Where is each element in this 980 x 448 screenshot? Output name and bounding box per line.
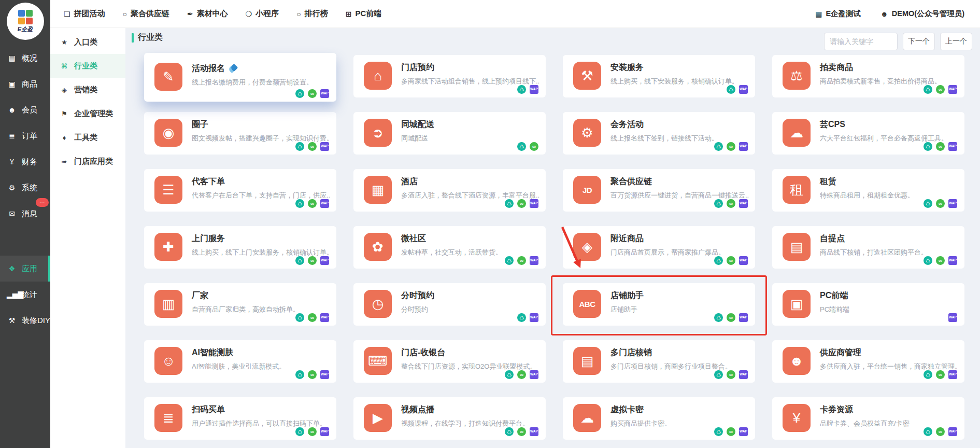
- card-title: 扫码买单: [192, 404, 225, 415]
- entry-category-icon: ★: [60, 38, 69, 46]
- card-title: 自提点: [820, 233, 845, 244]
- miniprogram-badge: ♺: [924, 427, 932, 436]
- app-icon-glyph: ◈: [582, 240, 592, 254]
- wap-badge: WAP: [948, 256, 957, 265]
- app-card-同城配送[interactable]: ➲同城配送同城配送♺∞: [353, 112, 546, 155]
- topnav-item-排行榜[interactable]: ○排行榜: [296, 9, 328, 19]
- category-item-label: 入口类: [74, 37, 97, 47]
- topbar-right: ▦E企盈测试☻DEMO(公众号管理员): [815, 9, 980, 19]
- miniprogram-badge: ♺: [924, 199, 932, 208]
- app-icon-glyph: ▥: [162, 297, 175, 311]
- wap-badge: WAP: [948, 199, 957, 208]
- sidebar-item-商品[interactable]: ▣商品: [0, 71, 50, 97]
- app-card-店铺助手[interactable]: ABC店铺助手店铺助手♺∞WAP: [563, 283, 755, 326]
- card-title: 门店预约: [401, 62, 434, 73]
- app-card-自提点[interactable]: ▤自提点商品线下核销，打造社区团购平台。♺∞WAP: [772, 226, 964, 269]
- card-title-text: 拍卖商品: [820, 62, 853, 73]
- door-service-icon: ✚: [154, 233, 182, 261]
- card-title: 会务活动: [610, 119, 644, 130]
- app-card-PC前端[interactable]: ▣PC前端PC端前端WAP: [772, 283, 964, 326]
- prev-button[interactable]: 上一个: [940, 33, 972, 50]
- category-item-企业管理类[interactable]: ⚑企业管理类: [50, 102, 125, 125]
- miniprogram-badge: ♺: [517, 85, 526, 94]
- sidebar-item-财务[interactable]: ¥财务: [0, 149, 50, 175]
- app-card-拍卖商品[interactable]: ⚖拍卖商品商品拍卖模式新零售，竞拍出价得商品。♺∞WAP: [772, 55, 964, 97]
- card-title-text: 活动报名: [192, 63, 225, 74]
- h5-link-badge: ∞: [936, 142, 945, 151]
- app-card-代客下单[interactable]: ☰代客下单代替客户在后台下单，支持自营，门店，供应...♺∞WAP: [144, 169, 336, 212]
- app-card-圈子[interactable]: ◉圈子图文视频发帖，搭建兴趣圈子，实现知识付费。♺∞WAP: [144, 112, 336, 155]
- sidebar-item-统计[interactable]: ▂▅▇统计: [0, 282, 50, 307]
- card-title: 拍卖商品: [820, 62, 853, 73]
- app-card-供应商管理[interactable]: ☻供应商管理多供应商入驻，平台统一销售，商家独立管理。♺∞WAP: [772, 340, 964, 383]
- sidebar-item-装修DIY[interactable]: ⚒装修DIY: [0, 307, 50, 333]
- app-card-芸CPS[interactable]: ☁芸CPS六大平台红包福利，平台必备高返佣工具。♺∞WAP: [772, 112, 964, 155]
- app-card-多门店核销[interactable]: ▤多门店核销多门店项目核销，商圈多行业项目整合。♺∞WAP: [563, 340, 755, 383]
- category-item-门店应用类[interactable]: ➠门店应用类: [50, 149, 125, 173]
- message-count-badge: ...: [36, 198, 49, 207]
- app-card-上门服务[interactable]: ✚上门服务线上购买，线下上门安装服务，核销确认订单。♺∞WAP: [144, 226, 336, 269]
- sidebar-item-系统[interactable]: ⚙系统: [0, 175, 50, 201]
- search-input[interactable]: [824, 33, 898, 50]
- virtual-card-icon: ☁: [573, 404, 601, 432]
- app-card-AI智能测肤[interactable]: ☺AI智能测肤AI智能测肤，美业引流新模式。♺∞WAP: [144, 340, 336, 383]
- topnav-item-PC前端[interactable]: ⊞PC前端: [346, 9, 382, 19]
- nearby-goods-icon: ◈: [573, 233, 601, 261]
- app-card-附近商品[interactable]: ◈附近商品门店商品首页展示，帮商家推广爆品。♺∞WAP: [563, 226, 755, 269]
- app-card-厂家[interactable]: ▥厂家自营商品厂家归类，高效自动拆单。♺∞WAP: [144, 283, 336, 326]
- topbar-right-item-DEMO(公众号管理员)[interactable]: ☻DEMO(公众号管理员): [880, 9, 964, 19]
- card-title: 多门店核销: [610, 347, 652, 358]
- app-card-酒店[interactable]: ▦酒店多酒店入驻，整合线下酒店资源，丰富平台服...♺∞WAP: [353, 169, 546, 212]
- sidebar-item-会员[interactable]: ☻会员: [0, 97, 50, 123]
- app-card-门店预约[interactable]: ⌂门店预约多商家线下活动组合销售，线上预约项目线下...♺WAP: [353, 55, 546, 97]
- title-accent-bar: [132, 33, 134, 43]
- topnav-item-聚合供应链[interactable]: ○聚合供应链: [123, 9, 169, 19]
- category-item-入口类[interactable]: ★入口类: [50, 30, 125, 54]
- topnav-item-小程序[interactable]: ❍小程序: [246, 9, 279, 19]
- h5-link-badge: ∞: [936, 256, 945, 265]
- grid-icon: ▦: [815, 10, 822, 18]
- topnav-item-素材中心[interactable]: ✒素材中心: [187, 9, 228, 19]
- wap-badge: WAP: [530, 85, 538, 94]
- platform-badges: ♺∞WAP: [295, 142, 329, 151]
- sidebar-item-消息[interactable]: ✉消息...: [0, 201, 50, 227]
- h5-link-badge: ∞: [727, 256, 735, 265]
- h5-link-badge: ∞: [308, 199, 317, 208]
- app-card-微社区[interactable]: ✿微社区发帖种草，社交互动，活跃带货。♺∞WAP: [353, 226, 546, 269]
- platform-badges: ♺∞WAP: [924, 199, 957, 208]
- app-card-门店-收银台[interactable]: ⌨门店-收银台整合线下门店资源，实现O2O异业联盟模式。♺∞WAP: [353, 340, 546, 383]
- app-card-视频点播[interactable]: ▶视频点播视频课程，在线学习，打造知识付费平台。♺∞WAP: [353, 397, 546, 440]
- sidebar-item-订单[interactable]: ≣订单: [0, 123, 50, 149]
- next-button[interactable]: 下一个: [903, 33, 935, 50]
- app-card-虚拟卡密[interactable]: ☁虚拟卡密购买商品提供卡密。♺∞WAP: [563, 397, 755, 440]
- auction-icon: ⚖: [783, 62, 811, 90]
- category-item-营销类[interactable]: ◈营销类: [50, 78, 125, 102]
- h5-link-badge: ∞: [727, 427, 735, 436]
- category-item-行业类[interactable]: ⌘行业类: [50, 54, 125, 78]
- app-card-会务活动[interactable]: ⚙会务活动线上报名线下签到，链接线下活动。♺∞WAP: [563, 112, 755, 155]
- sidebar-item-概况[interactable]: ▤概况: [0, 45, 50, 71]
- app-card-卡券资源[interactable]: ¥卡券资源品牌卡券、会员权益直充/卡密♺∞WAP: [772, 397, 964, 440]
- topbar-right-item-E企盈测试[interactable]: ▦E企盈测试: [815, 9, 861, 19]
- h5-link-badge: ∞: [727, 142, 735, 151]
- sidebar-item-应用[interactable]: ❖应用: [0, 256, 50, 282]
- agent-order-icon: ☰: [154, 176, 182, 204]
- app-card-聚合供应链[interactable]: JD聚合供应链百万货源供应一键进货，自营商品一键推送云...♺∞WAP: [563, 169, 755, 212]
- app-card-扫码买单[interactable]: ≣扫码买单用户通过插件选择商品，可以直接扫码下单。♺∞WAP: [144, 397, 336, 440]
- app-card-活动报名[interactable]: ✎活动报名线上报名缴纳费用，付费金额营销设置。♺∞WAP: [144, 53, 336, 102]
- app-card-租赁[interactable]: 租租赁特殊商品租用，租期租金优惠。♺∞WAP: [772, 169, 964, 212]
- app-card-安装服务[interactable]: ⚒安装服务线上购买，线下安装服务，核销确认订单。♺WAP: [563, 55, 755, 97]
- store-apps-category-icon: ➠: [60, 158, 69, 165]
- category-item-工具类[interactable]: ♦工具类: [50, 125, 125, 149]
- app-card-分时预约[interactable]: ◷分时预约分时预约♺WAP: [353, 283, 546, 326]
- category-item-label: 营销类: [74, 85, 97, 95]
- miniprogram-badge: ♺: [714, 199, 723, 208]
- platform-badges: ♺WAP: [517, 85, 538, 94]
- card-title-text: 虚拟卡密: [610, 404, 644, 415]
- platform-badges: ♺∞WAP: [505, 370, 538, 379]
- wap-badge: WAP: [320, 427, 329, 436]
- card-title-text: 安装服务: [610, 62, 644, 73]
- topbar-right-label: E企盈测试: [826, 9, 861, 19]
- card-title: 安装服务: [610, 62, 644, 73]
- topnav-item-拼团活动[interactable]: ❏拼团活动: [64, 9, 105, 19]
